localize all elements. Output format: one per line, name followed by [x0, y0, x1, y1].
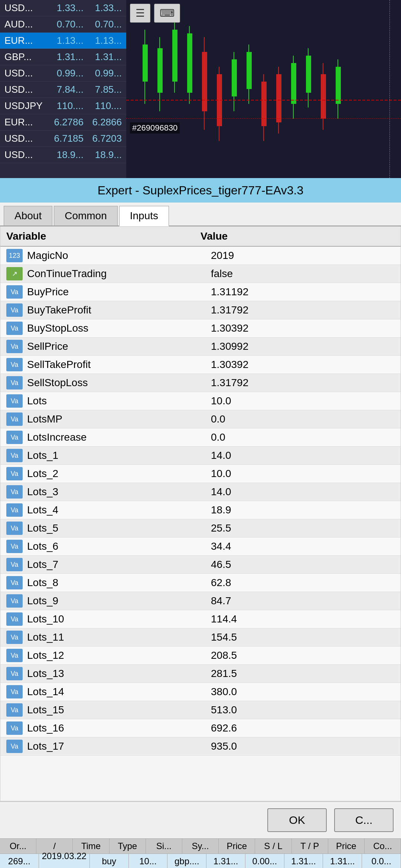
- symbol-row[interactable]: EUR... 1.13... 1.13...: [0, 33, 126, 49]
- row-icon: Va: [6, 358, 23, 371]
- table-row[interactable]: Va Lots_4 18.9: [0, 501, 401, 519]
- row-value: 84.7: [211, 595, 395, 607]
- row-value: 2019: [211, 250, 395, 262]
- symbol-name: GBP...: [4, 51, 45, 63]
- table-row[interactable]: Va Lots_2 10.0: [0, 465, 401, 483]
- symbol-row[interactable]: EUR... 6.2786 6.2866: [0, 114, 126, 131]
- table-row[interactable]: 123 MagicNo 2019: [0, 247, 401, 265]
- row-value: 0.0: [211, 431, 395, 443]
- row-variable: SellTakeProfit: [27, 359, 211, 371]
- symbol-list: USD... 1.33... 1.33... AUD... 0.70... 0.…: [0, 0, 126, 178]
- chart-price-label: #269096830: [130, 122, 180, 134]
- svg-rect-27: [336, 67, 341, 104]
- svg-rect-1: [143, 45, 148, 82]
- taskbar-header-col: S / L: [255, 839, 291, 854]
- table-row[interactable]: Va LotsIncrease 0.0: [0, 428, 401, 447]
- table-row[interactable]: Va Lots_16 692.6: [0, 719, 401, 737]
- symbol-ask: 0.70...: [85, 19, 122, 30]
- taskbar-header-col: Or...: [0, 839, 36, 854]
- symbol-row[interactable]: USD... 0.99... 0.99...: [0, 65, 126, 82]
- svg-rect-19: [276, 74, 281, 122]
- svg-rect-9: [202, 52, 207, 111]
- row-icon: Va: [6, 649, 23, 662]
- inputs-table[interactable]: Variable Value 123 MagicNo 2019 ↗ ConTin…: [0, 226, 401, 801]
- row-icon: Va: [6, 558, 23, 571]
- table-row[interactable]: Va Lots_14 380.0: [0, 683, 401, 701]
- ok-button[interactable]: OK: [267, 808, 327, 832]
- row-icon: Va: [6, 540, 23, 553]
- svg-rect-3: [157, 48, 163, 93]
- table-row[interactable]: Va Lots_7 46.5: [0, 556, 401, 574]
- symbol-row[interactable]: USD... 18.9... 18.9...: [0, 147, 126, 163]
- row-icon: Va: [6, 394, 23, 408]
- symbol-row[interactable]: USD... 6.7185 6.7203: [0, 131, 126, 147]
- taskbar-data-col: 2019.03.22 ...: [39, 854, 90, 868]
- symbol-ask: 1.13...: [85, 35, 122, 46]
- symbol-row[interactable]: USD... 1.33... 1.33...: [0, 0, 126, 16]
- taskbar-header-col: Co...: [365, 839, 401, 854]
- row-variable: BuyPrice: [27, 286, 211, 298]
- tab-inputs[interactable]: Inputs: [119, 206, 169, 226]
- table-row[interactable]: Va Lots_11 154.5: [0, 628, 401, 647]
- table-row[interactable]: Va Lots_1 14.0: [0, 447, 401, 465]
- tab-common[interactable]: Common: [54, 206, 118, 226]
- table-row[interactable]: Va SellTakeProfit 1.30392: [0, 356, 401, 374]
- chart-toolbar: ☰ ⌨: [130, 4, 180, 23]
- symbol-bid: 1.31...: [46, 51, 84, 63]
- table-row[interactable]: Va BuyTakeProfit 1.31792: [0, 301, 401, 319]
- row-variable: Lots_12: [27, 650, 211, 661]
- table-row[interactable]: Va Lots_6 34.4: [0, 537, 401, 556]
- table-row[interactable]: Va Lots 10.0: [0, 392, 401, 410]
- table-row[interactable]: Va Lots_15 513.0: [0, 701, 401, 719]
- table-row[interactable]: Va BuyPrice 1.31192: [0, 283, 401, 301]
- cancel-button[interactable]: C...: [334, 808, 394, 832]
- row-icon: 123: [6, 249, 23, 262]
- table-row[interactable]: Va Lots_13 281.5: [0, 665, 401, 683]
- symbol-ask: 0.99...: [85, 68, 122, 79]
- table-row[interactable]: Va Lots_9 84.7: [0, 592, 401, 610]
- row-variable: Lots_16: [27, 722, 211, 734]
- hamburger-button[interactable]: ☰: [130, 4, 150, 23]
- table-row[interactable]: ↗ ConTinueTrading false: [0, 265, 401, 283]
- table-row[interactable]: Va Lots_8 62.8: [0, 574, 401, 592]
- row-icon: Va: [6, 449, 23, 462]
- keyboard-button[interactable]: ⌨: [154, 4, 180, 23]
- row-variable: Lots_15: [27, 704, 211, 716]
- row-variable: Lots_11: [27, 631, 211, 643]
- row-value: 14.0: [211, 450, 395, 461]
- table-row[interactable]: Va LotsMP 0.0: [0, 410, 401, 428]
- row-value: 114.4: [211, 613, 395, 625]
- taskbar-data-col: 1.31...: [323, 854, 362, 868]
- symbol-row[interactable]: USD... 7.84... 7.85...: [0, 82, 126, 98]
- taskbar-data-col: 1.31...: [206, 854, 245, 868]
- taskbar-header-col: Price: [219, 839, 255, 854]
- table-row[interactable]: Va SellPrice 1.30992: [0, 338, 401, 356]
- table-row[interactable]: Va Lots_17 935.0: [0, 737, 401, 756]
- taskbar-data-col: 1.31...: [284, 854, 323, 868]
- symbol-bid: 0.70...: [46, 19, 84, 30]
- symbol-row[interactable]: GBP... 1.31... 1.31...: [0, 49, 126, 65]
- table-row[interactable]: Va Lots_5 25.5: [0, 519, 401, 537]
- symbol-row[interactable]: USDJPY 110.... 110....: [0, 98, 126, 114]
- symbol-row[interactable]: AUD... 0.70... 0.70...: [0, 16, 126, 33]
- row-variable: MagicNo: [27, 250, 211, 262]
- row-value: 1.31792: [211, 377, 395, 389]
- svg-rect-15: [247, 52, 252, 89]
- row-icon: Va: [6, 522, 23, 535]
- value-column-header: Value: [200, 230, 395, 242]
- row-value: 380.0: [211, 686, 395, 698]
- table-row[interactable]: Va BuyStopLoss 1.30392: [0, 319, 401, 338]
- tab-about[interactable]: About: [4, 206, 52, 226]
- trading-panel: USD... 1.33... 1.33... AUD... 0.70... 0.…: [0, 0, 401, 178]
- row-value: 10.0: [211, 395, 395, 407]
- table-row[interactable]: Va Lots_3 14.0: [0, 483, 401, 501]
- table-row[interactable]: Va Lots_12 208.5: [0, 647, 401, 665]
- table-row[interactable]: Va SellStopLoss 1.31792: [0, 374, 401, 392]
- row-variable: BuyTakeProfit: [27, 304, 211, 316]
- row-value: 62.8: [211, 577, 395, 589]
- row-icon: Va: [6, 667, 23, 680]
- row-variable: Lots_10: [27, 613, 211, 625]
- svg-rect-17: [261, 82, 267, 126]
- table-row[interactable]: Va Lots_10 114.4: [0, 610, 401, 628]
- row-value: 25.5: [211, 522, 395, 534]
